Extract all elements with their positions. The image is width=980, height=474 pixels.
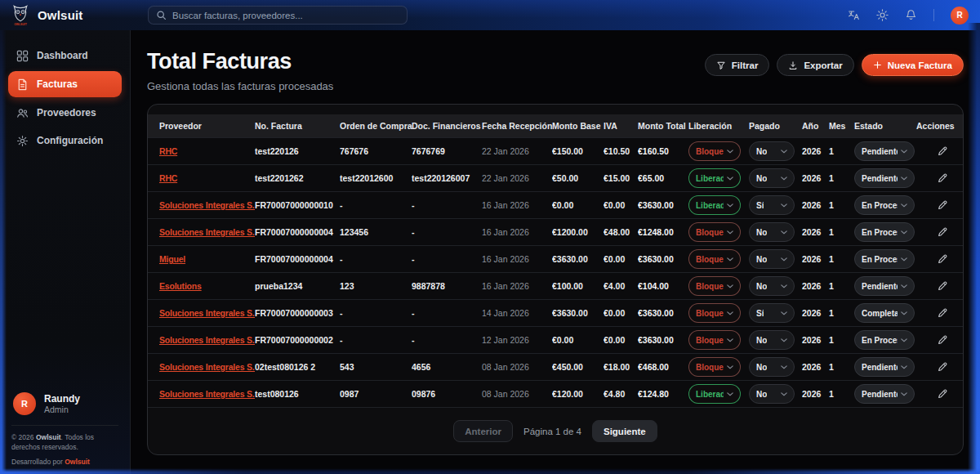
table-row: Miguel FR70007000000004 - - 16 Jan 2026 … [148, 245, 963, 272]
table-body: RHC test220126 767676 7676769 22 Jan 202… [148, 137, 963, 407]
search-bar[interactable] [148, 6, 408, 25]
filter-button[interactable]: Filtrar [705, 54, 770, 76]
year-value: 2026 [802, 146, 829, 156]
app-title: Owlsuit [38, 8, 83, 22]
status-select[interactable]: Pendiente [854, 276, 915, 296]
new-invoice-button[interactable]: Nueva Factura [862, 54, 964, 76]
status-select[interactable]: Completado [854, 303, 915, 323]
release-select[interactable]: Bloqueado [688, 330, 741, 350]
release-select[interactable]: Liberado [688, 384, 741, 404]
vat-amount: €15.00 [604, 173, 638, 183]
sidebar-item-proveedores[interactable]: Proveedores [8, 101, 122, 125]
sidebar-item-facturas[interactable]: Facturas [8, 71, 122, 97]
paid-select[interactable]: No [749, 357, 795, 377]
status-select[interactable]: Pendiente [854, 141, 915, 161]
notifications-icon[interactable] [905, 9, 917, 21]
purchase-order: 767676 [340, 146, 412, 156]
base-amount: €450.00 [552, 362, 604, 372]
provider-link[interactable]: RHC [159, 173, 255, 183]
month-value: 1 [829, 173, 854, 183]
status-select[interactable]: En Proceso [854, 249, 915, 269]
provider-link[interactable]: Soluciones Integrales S.A. [159, 362, 255, 372]
status-select[interactable]: En Proceso [854, 330, 915, 350]
export-button[interactable]: Exportar [777, 54, 853, 76]
search-input[interactable] [172, 11, 399, 20]
language-icon[interactable] [848, 9, 860, 21]
sidebar-item-configuracion[interactable]: Configuración [8, 128, 122, 153]
release-select[interactable]: Liberado [688, 195, 741, 215]
purchase-order: 123456 [340, 227, 412, 237]
edit-button[interactable] [935, 279, 950, 293]
edit-button[interactable] [935, 360, 950, 374]
provider-link[interactable]: Soluciones Integrales S.A. [159, 308, 255, 318]
edit-button[interactable] [935, 171, 950, 186]
sidebar-user[interactable]: R Raundy Admin [11, 387, 118, 425]
provider-link[interactable]: Esolutions [159, 281, 255, 291]
paid-select[interactable]: No [749, 384, 795, 404]
edit-button[interactable] [935, 198, 950, 212]
base-amount: €100.00 [552, 281, 604, 291]
next-page-button[interactable]: Siguiente [592, 420, 657, 442]
paid-select[interactable]: No [749, 249, 795, 269]
table-header-row: Proveedor No. Factura Orden de Compra Do… [148, 114, 963, 137]
paid-select[interactable]: Sí [749, 303, 795, 323]
paid-select[interactable]: Sí [749, 195, 795, 215]
edit-button[interactable] [935, 306, 950, 320]
theme-toggle-icon[interactable] [876, 9, 889, 21]
paid-select[interactable]: No [749, 168, 795, 188]
chevron-down-icon [781, 392, 787, 396]
release-select[interactable]: Bloqueado [688, 303, 741, 323]
pencil-icon [937, 280, 948, 292]
chevron-down-icon [901, 257, 907, 262]
provider-link[interactable]: Soluciones Integrales S.A. [159, 389, 255, 399]
purchase-order: - [340, 335, 412, 345]
total-amount: €160.50 [638, 146, 688, 156]
purchase-order: 0987 [340, 389, 412, 399]
provider-link[interactable]: Soluciones Integrales S.A. [159, 335, 255, 345]
column-header: Acciones [916, 121, 955, 131]
provider-link[interactable]: Miguel [159, 254, 255, 264]
developer-link[interactable]: Owlsuit [65, 458, 90, 466]
release-select[interactable]: Bloqueado [688, 357, 741, 377]
chevron-down-icon [781, 150, 787, 154]
user-role: Admin [44, 405, 80, 414]
financial-docs: 09876 [412, 389, 482, 399]
users-icon [16, 107, 29, 119]
edit-button[interactable] [935, 144, 950, 159]
sidebar-item-dashboard[interactable]: Dashboard [8, 43, 122, 68]
status-select[interactable]: Pendiente [854, 384, 915, 404]
release-select[interactable]: Bloqueado [688, 276, 741, 296]
paid-select[interactable]: No [749, 141, 795, 161]
status-select[interactable]: Pendiente [854, 357, 915, 377]
chevron-down-icon [727, 365, 733, 369]
previous-page-button[interactable]: Anterior [453, 420, 513, 442]
chevron-down-icon [727, 230, 733, 235]
chevron-down-icon [781, 177, 787, 181]
release-select[interactable]: Bloqueado [688, 249, 741, 269]
provider-link[interactable]: Soluciones Integrales S.A. [159, 200, 255, 210]
paid-select[interactable]: No [749, 222, 795, 242]
release-select[interactable]: Bloqueado [688, 222, 741, 242]
provider-link[interactable]: RHC [159, 146, 255, 156]
release-select[interactable]: Liberado [688, 168, 741, 188]
month-value: 1 [829, 146, 854, 156]
base-amount: €150.00 [552, 146, 604, 156]
paid-select[interactable]: No [749, 276, 795, 296]
edit-button[interactable] [935, 333, 950, 347]
financial-docs: - [412, 335, 482, 345]
reception-date: 22 Jan 2026 [482, 173, 552, 183]
month-value: 1 [829, 227, 854, 237]
edit-button[interactable] [935, 387, 950, 401]
edit-button[interactable] [935, 225, 950, 239]
status-select[interactable]: En Proceso [854, 222, 915, 242]
edit-button[interactable] [935, 252, 950, 266]
user-avatar[interactable]: R [951, 7, 969, 25]
paid-select[interactable]: No [749, 330, 795, 350]
status-select[interactable]: Pendiente [854, 168, 915, 188]
chevron-down-icon [781, 311, 787, 315]
release-select[interactable]: Bloqueado [688, 141, 741, 161]
status-select[interactable]: En Proceso [854, 195, 915, 215]
financial-docs: - [412, 227, 482, 237]
provider-link[interactable]: Soluciones Integrales S.A. [159, 227, 255, 237]
developed-by: Desarrollado por Owlsuit [11, 458, 118, 466]
